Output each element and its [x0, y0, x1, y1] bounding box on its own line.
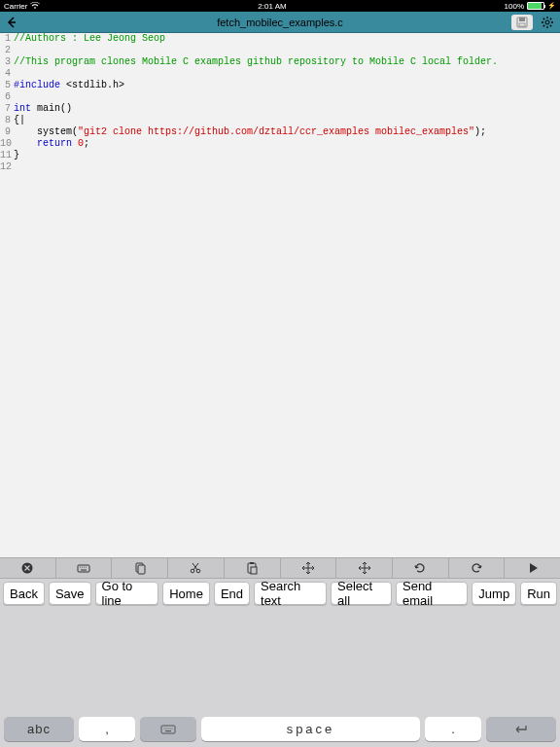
svg-rect-10	[81, 570, 87, 571]
battery-pct: 100%	[505, 2, 524, 11]
kb-comma-key[interactable]: ,	[79, 717, 135, 741]
gear-icon	[541, 16, 554, 29]
go-to-line-button[interactable]: Go to line	[95, 582, 159, 605]
move2-button[interactable]	[336, 558, 393, 578]
floppy-icon	[516, 17, 528, 28]
cut-icon	[189, 561, 202, 575]
close-button[interactable]	[0, 558, 56, 578]
close-icon	[20, 561, 34, 575]
icon-toolbar-row	[0, 557, 560, 579]
line-number: 1	[0, 33, 14, 45]
svg-point-23	[171, 728, 172, 729]
status-bar: Carrier 2:01 AM 100% ⚡	[0, 0, 560, 12]
line-number: 7	[0, 103, 14, 115]
line-content: //Authors : Lee Jeong Seop	[14, 33, 165, 45]
svg-rect-24	[165, 730, 171, 731]
select-all-button[interactable]: Select all	[331, 582, 392, 605]
kb-emoji-key[interactable]	[140, 717, 196, 741]
settings-button[interactable]	[539, 15, 556, 30]
search-text-button[interactable]: Search text	[254, 582, 327, 605]
svg-rect-17	[251, 567, 257, 574]
line-number: 10	[0, 138, 14, 150]
move-icon	[301, 561, 315, 575]
kb-abc-key[interactable]: abc	[4, 717, 74, 741]
home-button[interactable]: Home	[162, 582, 210, 605]
svg-point-21	[167, 728, 168, 729]
paste-button[interactable]	[225, 558, 281, 578]
end-button[interactable]: End	[214, 582, 250, 605]
code-line: 10 return 0;	[0, 138, 560, 150]
keyboard-icon	[77, 561, 90, 575]
line-number: 5	[0, 80, 14, 91]
redo-icon	[470, 561, 483, 575]
svg-rect-5	[78, 565, 89, 572]
line-content: int main()	[14, 103, 72, 115]
line-number: 12	[0, 161, 14, 173]
svg-point-19	[163, 728, 164, 729]
line-content: {|	[14, 115, 25, 126]
svg-rect-12	[138, 565, 145, 574]
play-icon	[526, 561, 540, 575]
code-line: 5#include <stdlib.h>	[0, 80, 560, 91]
text-toolbar-row: BackSaveGo to lineHomeEndSearch textSele…	[0, 579, 560, 608]
clipboard-button[interactable]	[112, 558, 168, 578]
paste-icon	[245, 561, 259, 575]
line-content: }	[14, 150, 19, 161]
clipboard-icon	[133, 561, 147, 575]
file-title: fetch_mobilec_examples.c	[0, 17, 560, 28]
code-line: 11}	[0, 150, 560, 161]
line-content: #include <stdlib.h>	[14, 80, 124, 91]
code-line: 2	[0, 45, 560, 56]
carrier-label: Carrier	[4, 2, 27, 11]
title-bar: fetch_mobilec_examples.c	[0, 12, 560, 33]
play-button[interactable]	[505, 558, 560, 578]
svg-point-7	[82, 567, 83, 568]
jump-button[interactable]: Jump	[472, 582, 516, 605]
run-button[interactable]: Run	[520, 582, 557, 605]
code-line: 12	[0, 161, 560, 173]
clock-label: 2:01 AM	[258, 2, 286, 11]
svg-rect-18	[161, 726, 175, 733]
code-editor[interactable]: 1//Authors : Lee Jeong Seop23//This prog…	[0, 33, 560, 557]
back-button[interactable]: Back	[3, 582, 45, 605]
save-icon-button[interactable]	[511, 15, 533, 30]
charging-icon: ⚡	[547, 2, 556, 10]
back-button[interactable]	[0, 12, 23, 33]
keyboard-small-icon	[160, 722, 176, 737]
undo-button[interactable]	[393, 558, 449, 578]
line-content: //This program clones Mobile C examples …	[14, 56, 498, 68]
svg-point-8	[84, 567, 85, 568]
svg-point-22	[169, 728, 170, 729]
wifi-icon	[30, 2, 40, 10]
send-email-button[interactable]: Send email	[396, 582, 468, 605]
line-number: 2	[0, 45, 14, 56]
save-button[interactable]: Save	[49, 582, 91, 605]
svg-point-20	[165, 728, 166, 729]
line-number: 8	[0, 115, 14, 126]
svg-point-3	[545, 20, 549, 24]
move-button[interactable]	[281, 558, 337, 578]
svg-rect-16	[250, 562, 254, 564]
line-content: return 0;	[14, 138, 89, 150]
keyboard-spacer	[0, 608, 560, 713]
keyboard-button[interactable]	[56, 558, 113, 578]
line-number: 9	[0, 126, 14, 138]
kb-period-key[interactable]: .	[425, 717, 481, 741]
kb-return-key[interactable]	[486, 717, 556, 741]
code-line: 3//This program clones Mobile C examples…	[0, 56, 560, 68]
move2-icon	[358, 561, 371, 575]
line-content: system("git2 clone https://github.com/dz…	[14, 126, 486, 138]
redo-button[interactable]	[449, 558, 506, 578]
undo-icon	[413, 561, 427, 575]
keyboard-bottom-row: abc , space .	[0, 713, 560, 747]
return-icon	[512, 723, 530, 736]
line-number: 3	[0, 56, 14, 68]
code-line: 8{|	[0, 115, 560, 126]
cut-button[interactable]	[168, 558, 225, 578]
kb-space-key[interactable]: space	[201, 717, 420, 741]
code-line: 7int main()	[0, 103, 560, 115]
code-line: 4	[0, 68, 560, 80]
back-arrow-icon	[6, 17, 18, 28]
battery-icon	[527, 2, 544, 10]
svg-rect-1	[519, 18, 525, 21]
